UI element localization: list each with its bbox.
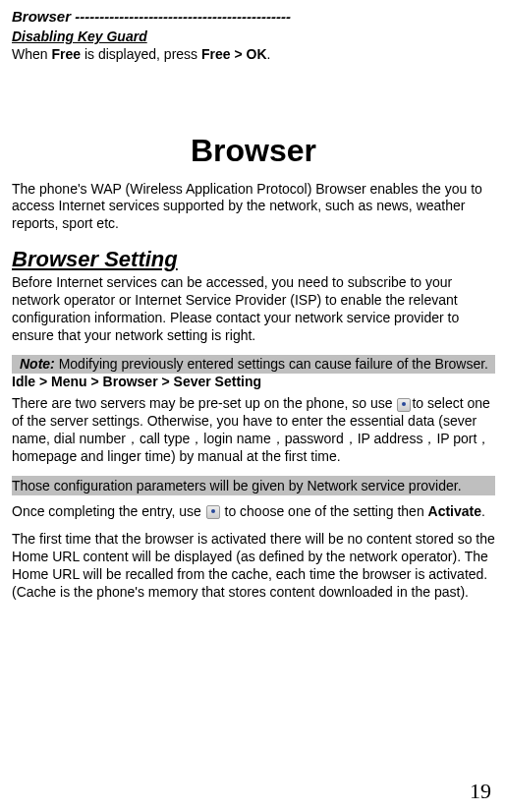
setting-paragraph-3: Once completing the entry, use to choose…: [12, 503, 495, 521]
header-label: Browser: [12, 8, 71, 25]
setting-paragraph-4: The first time that the browser is activ…: [12, 531, 495, 602]
section-heading-browser-setting: Browser Setting: [12, 247, 495, 272]
header-dashes: ----------------------------------------…: [71, 8, 291, 25]
nav-key-icon: [397, 398, 411, 412]
setting-paragraph-1: Before Internet services can be accessed…: [12, 274, 495, 345]
running-header: Browser --------------------------------…: [12, 8, 495, 25]
note-label: Note:: [20, 356, 55, 372]
keyguard-instruction: When Free is displayed, press Free > OK.: [12, 46, 495, 64]
page-number: 19: [470, 779, 491, 804]
setting-paragraph-2: There are two servers may be pre-set up …: [12, 395, 495, 466]
intro-paragraph: The phone's WAP (Wireless Application Pr…: [12, 181, 495, 234]
note-text: Modifying previously entered settings ca…: [55, 356, 488, 372]
subheading-disabling-key-guard: Disabling Key Guard: [12, 29, 495, 44]
page-title: Browser: [12, 133, 495, 169]
menu-path: Idle > Menu > Browser > Sever Setting: [12, 374, 495, 389]
provider-note: Those configuration parameters will be g…: [12, 476, 495, 495]
note-box: Note: Modifying previously entered setti…: [12, 355, 495, 375]
nav-key-icon: [206, 505, 220, 519]
